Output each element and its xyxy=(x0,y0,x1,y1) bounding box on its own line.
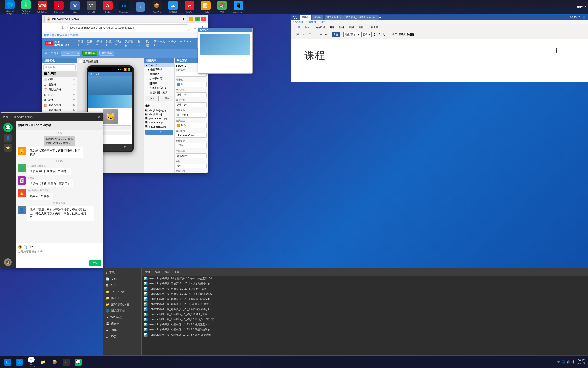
file-nav-app-cloud[interactable]: 💾 应云盘 xyxy=(103,320,141,327)
taskbar-wechat-bottom[interactable]: 💬 xyxy=(72,356,84,368)
nav-settings[interactable]: 设置▾ xyxy=(106,40,112,47)
rename-component-button[interactable]: 改名 xyxy=(145,96,159,101)
nav-help[interactable]: 帮助▾ xyxy=(115,40,122,47)
file-item-11[interactable]: 📊 +android移动开发_动画稿页_11_23_8.3不规则曲线.pp xyxy=(142,327,588,332)
doc-tab-notes[interactable]: 第三节课_上课笔记11.26.docx xyxy=(344,15,379,20)
taskbar-appinventor[interactable]: 📱 AppInven... xyxy=(231,1,246,13)
nav-connect[interactable]: 连接▾ xyxy=(87,40,93,47)
asset-shou[interactable]: 🖼 shoubeijing2.jpg xyxy=(145,125,173,129)
file-nav-browser[interactable]: 🌐 浏览器下载 xyxy=(103,308,141,314)
taskbar-wps[interactable]: WPS WPS Office xyxy=(35,1,50,13)
taskbar-baidupan[interactable]: ☁ 百度网盘 xyxy=(165,1,181,14)
prop-halign-value[interactable]: 居中：3▾ xyxy=(176,92,207,97)
prop-accent-value[interactable]: 默认 xyxy=(176,82,207,87)
file-item-6[interactable]: 📊 +android移动开发_导航页_11_20_10.温室监测_效果... xyxy=(142,302,588,307)
bold-button[interactable]: B xyxy=(372,32,377,37)
tree-textinput1[interactable]: ✏ 文本输入框1 xyxy=(148,86,174,90)
taskbar-start[interactable]: ⊞ xyxy=(2,356,13,368)
prop-icon-value[interactable]: 无▾ xyxy=(176,164,207,168)
taskbar-netease[interactable]: ♪ 网易云音乐 xyxy=(51,1,66,14)
taskbar-browser-bottom[interactable]: 🌐 xyxy=(14,356,25,368)
url-bar[interactable] xyxy=(67,24,190,31)
minimize-button[interactable]: ─ xyxy=(189,17,193,21)
ribbon-redo-button[interactable]: ↪ xyxy=(324,33,329,37)
doc-breadcrumb-life[interactable]: 生活常用 xyxy=(306,20,316,24)
taskbar-v2ray-bottom[interactable]: V2 xyxy=(61,356,72,368)
remove-screen-button[interactable]: 删除屏幕 xyxy=(99,51,114,56)
chat-close[interactable]: ✕ xyxy=(98,115,101,119)
prop-appname-value[interactable]: 第一个例子 xyxy=(176,113,207,118)
close-button[interactable]: ✕ xyxy=(201,17,206,21)
maximize-button[interactable]: □ xyxy=(195,17,200,21)
favorites-icon[interactable]: ⭐ xyxy=(4,144,12,152)
taskbar-book[interactable]: 📚 书童 xyxy=(214,1,230,14)
emoji-button[interactable]: 😊 xyxy=(18,245,22,249)
file-button[interactable]: 📎 xyxy=(24,245,28,249)
delete-component-button[interactable]: 删除 xyxy=(160,96,173,101)
breadcrumb-science[interactable]: 科学上网 xyxy=(44,33,54,37)
taskbar-download[interactable]: ↓ xyxy=(133,2,148,12)
doc-tab-students[interactable]: 同学名单.docx xyxy=(325,15,344,20)
ribbon-tab-start[interactable]: 开始 xyxy=(293,25,302,30)
upload-asset-button[interactable]: 上传 xyxy=(145,130,173,135)
nav-language[interactable]: 简体中文▾ xyxy=(154,40,165,47)
ribbon-tab-insert[interactable]: 插入 xyxy=(303,25,312,30)
taskbar-winrar-bottom[interactable]: 📦 xyxy=(49,356,60,368)
file-nav-first[interactable]: 📁 第1个开发内容 xyxy=(103,301,141,308)
file-item-5[interactable]: 📊 +android移动开发_导航页_11_20_9.数据库_再修改.p xyxy=(142,296,588,302)
taskbar-winzip[interactable]: W WinZip xyxy=(182,1,197,13)
file-item-3[interactable]: 📊 +android移动开发_导航页_11_20_6.列表组件.pptx xyxy=(142,286,588,291)
file-nav-wps-cloud[interactable]: ☁ WPS云盘 xyxy=(103,314,141,320)
file-toolbar-btn-4[interactable]: 工具 xyxy=(173,270,181,274)
taskbar-files-bottom[interactable]: 📁 xyxy=(37,356,48,368)
nav-project[interactable]: 项目▾ xyxy=(78,40,84,47)
ribbon-tab-mail[interactable]: 邮件 xyxy=(337,25,346,30)
taskbar-chrome-bottom[interactable]: ● GoogleChrome xyxy=(26,356,37,368)
file-item-7[interactable]: 📊 +android移动开发_导航页_11_23_3.条件连接输出_4... xyxy=(142,307,588,312)
chat-input[interactable] xyxy=(18,250,101,259)
taskbar-edge[interactable]: 🌐 MicrosoftEdge xyxy=(2,0,17,15)
underline-button[interactable]: U xyxy=(382,32,387,37)
file-item-12[interactable]: 📊 +android移动开发_动画稿页_11_23_8.4温差_反弄边形 xyxy=(142,332,588,337)
show-hidden-checkbox[interactable] xyxy=(79,60,82,63)
comp-listpicker[interactable]: 📋 列表选择框 ↻ xyxy=(42,102,77,108)
taskbar-pycharm[interactable]: 🐍 PyCharmEdu 20... xyxy=(18,0,34,15)
tray-network[interactable]: 🌐 xyxy=(561,360,565,364)
file-item-1[interactable]: 📊 +android移动开发_20.实验部分_20.第一个综合案例_20 xyxy=(142,276,588,281)
breadcrumb-bookmarks[interactable]: 书签栏 xyxy=(70,33,78,37)
asset-jiebian[interactable]: 🖼 jiemianbeijing.jpg xyxy=(145,117,173,121)
comp-listview[interactable]: ≡ 列表显示框 ↻ xyxy=(42,108,77,113)
italic-button[interactable]: I xyxy=(377,32,381,37)
comp-datepicker[interactable]: 📅 日期选择框 ↻ xyxy=(42,87,77,92)
chat-avatar[interactable]: 🧑 xyxy=(4,258,12,266)
nav-user[interactable]: test@example.com xyxy=(168,40,192,47)
tree-image1[interactable]: 🖼 图片1 xyxy=(148,81,174,86)
tray-keyboard[interactable]: 中 xyxy=(557,360,560,364)
file-toolbar-btn-1[interactable]: 文件 xyxy=(144,270,152,274)
asset-lan[interactable]: 🖼 lanseanniu.jpg xyxy=(145,121,173,125)
nav-build[interactable]: 编辑▾ xyxy=(96,40,103,47)
forward-button[interactable]: → xyxy=(52,25,58,31)
file-nav-chenzhou[interactable]: 📁 陈洲江 xyxy=(103,295,141,301)
doc-tab-1[interactable]: 课堂教. xyxy=(300,15,311,20)
refresh-button[interactable]: ↻ xyxy=(60,25,66,31)
comp-checkbox[interactable]: ☑ 复选框 ↻ xyxy=(42,82,77,87)
ribbon-copy-button[interactable]: 📋 xyxy=(307,33,313,37)
file-item-10[interactable]: 📊 +android移动开发_动画稿页_11_23_8.2规则图案.pptx xyxy=(142,322,588,327)
chat-minimize[interactable]: ─ xyxy=(94,115,97,119)
tree-screen1[interactable]: ▼ Screen1 xyxy=(144,63,174,67)
taskbar-bandzip[interactable]: 📦 BandZip xyxy=(149,1,164,13)
doc-breadcrumb-science[interactable]: 科学上网 xyxy=(293,20,303,24)
ribbon-undo-button[interactable]: ↩ xyxy=(318,33,323,37)
file-nav-jinshan[interactable]: ☁ 金山云 xyxy=(103,327,141,333)
comp-image[interactable]: 🖼 图片 ↻ xyxy=(42,92,77,97)
prop-bgimage-value[interactable]: shoubeijing2.jpg xyxy=(176,133,207,138)
ribbon-tab-review[interactable]: 审阅 xyxy=(347,25,356,30)
doc-breadcrumb-bookmarks[interactable]: 书签栏 xyxy=(319,20,327,24)
file-nav-download[interactable]: ↓ 下载 xyxy=(103,269,141,276)
tree-vlayout1[interactable]: ▼ 垂直布局1 xyxy=(146,67,174,72)
taskbar-adobe[interactable]: A Adobe xyxy=(100,1,115,13)
send-button[interactable]: 发送 xyxy=(89,260,101,266)
prop-bgcolor-value[interactable]: 橙色 xyxy=(176,123,207,128)
comp-label[interactable]: 🏷 标签 ↻ xyxy=(42,97,77,102)
